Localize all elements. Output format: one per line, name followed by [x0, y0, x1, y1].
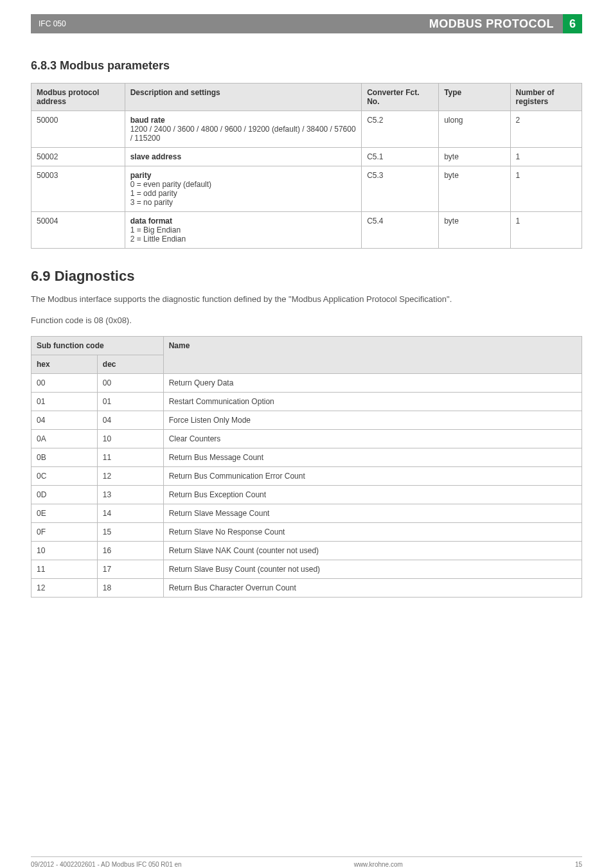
section-heading-modbus-params: 6.8.3 Modbus parameters: [31, 59, 582, 73]
cell-name: Return Bus Exception Count: [163, 485, 582, 504]
footer-mid: www.krohne.com: [354, 861, 403, 868]
cell-dec: 10: [97, 429, 163, 448]
footer: 09/2012 - 4002202601 - AD Modbus IFC 050…: [31, 856, 582, 868]
table-row: 50004data format1 = Big Endian2 = Little…: [31, 212, 582, 249]
cell-dec: 00: [97, 373, 163, 392]
cell-dec: 01: [97, 392, 163, 411]
table-modbus-params: Modbus protocol address Description and …: [31, 83, 582, 249]
cell-hex: 0A: [31, 429, 98, 448]
header-product: IFC 050: [31, 14, 206, 33]
cell-name: Return Slave No Response Count: [163, 522, 582, 541]
cell-dec: 11: [97, 448, 163, 466]
th-type: Type: [439, 84, 510, 111]
th-desc: Description and settings: [125, 84, 362, 111]
table-row: 0C12Return Bus Communication Error Count: [31, 466, 582, 485]
cell-addr: 50002: [31, 148, 125, 166]
cell-type: byte: [439, 212, 510, 249]
table-row: 1016Return Slave NAK Count (counter not …: [31, 541, 582, 560]
cell-hex: 04: [31, 411, 98, 429]
cell-type: byte: [439, 166, 510, 212]
cell-regs: 1: [510, 166, 582, 212]
cell-dec: 17: [97, 560, 163, 578]
cell-dec: 15: [97, 522, 163, 541]
cell-desc: slave address: [125, 148, 362, 166]
cell-desc-title: baud rate: [130, 116, 165, 125]
table-row: 0B11Return Bus Message Count: [31, 448, 582, 466]
table-row: 0404Force Listen Only Mode: [31, 411, 582, 429]
cell-name: Return Bus Character Overrun Count: [163, 578, 582, 597]
cell-name: Clear Counters: [163, 429, 582, 448]
cell-addr: 50000: [31, 111, 125, 148]
cell-fct: C5.4: [362, 212, 439, 249]
cell-hex: 0E: [31, 504, 98, 522]
cell-name: Return Query Data: [163, 373, 582, 392]
cell-hex: 10: [31, 541, 98, 560]
cell-name: Return Slave Busy Count (counter not use…: [163, 560, 582, 578]
table-row: 50000baud rate1200 / 2400 / 3600 / 4800 …: [31, 111, 582, 148]
cell-hex: 11: [31, 560, 98, 578]
th-name: Name: [163, 336, 582, 373]
table-row: 0F15Return Slave No Response Count: [31, 522, 582, 541]
th-subfunc: Sub function code: [31, 336, 164, 355]
table-row: 0D13Return Bus Exception Count: [31, 485, 582, 504]
cell-name: Restart Communication Option: [163, 392, 582, 411]
cell-dec: 12: [97, 466, 163, 485]
cell-desc: baud rate1200 / 2400 / 3600 / 4800 / 960…: [125, 111, 362, 148]
cell-desc-title: parity: [130, 171, 152, 180]
header-chapter-number: 6: [563, 14, 582, 33]
cell-name: Return Slave NAK Count (counter not used…: [163, 541, 582, 560]
th-regs: Number of registers: [510, 84, 582, 111]
th-fct: Converter Fct. No.: [362, 84, 439, 111]
cell-fct: C5.2: [362, 111, 439, 148]
cell-desc-title: slave address: [130, 152, 181, 161]
cell-hex: 0B: [31, 448, 98, 466]
table-row: 0A10Clear Counters: [31, 429, 582, 448]
header-bar: IFC 050 MODBUS PROTOCOL 6: [31, 14, 582, 33]
cell-regs: 2: [510, 111, 582, 148]
table-row: 1218Return Bus Character Overrun Count: [31, 578, 582, 597]
cell-hex: 12: [31, 578, 98, 597]
cell-dec: 18: [97, 578, 163, 597]
cell-type: ulong: [439, 111, 510, 148]
table-row: 0101Restart Communication Option: [31, 392, 582, 411]
cell-dec: 04: [97, 411, 163, 429]
header-spacer: [206, 14, 420, 33]
cell-name: Force Listen Only Mode: [163, 411, 582, 429]
cell-hex: 0C: [31, 466, 98, 485]
section-heading-diagnostics: 6.9 Diagnostics: [31, 268, 582, 285]
cell-name: Return Bus Communication Error Count: [163, 466, 582, 485]
cell-desc: data format1 = Big Endian2 = Little Endi…: [125, 212, 362, 249]
cell-addr: 50004: [31, 212, 125, 249]
table-row: 50003parity0 = even parity (default)1 = …: [31, 166, 582, 212]
cell-regs: 1: [510, 212, 582, 249]
th-hex: hex: [31, 355, 98, 373]
table-row: 50002slave addressC5.1byte1: [31, 148, 582, 166]
th-addr: Modbus protocol address: [31, 84, 125, 111]
diag-paragraph-2: Function code is 08 (0x08).: [31, 315, 481, 327]
cell-name: Return Bus Message Count: [163, 448, 582, 466]
cell-addr: 50003: [31, 166, 125, 212]
cell-regs: 1: [510, 148, 582, 166]
cell-hex: 01: [31, 392, 98, 411]
footer-left: 09/2012 - 4002202601 - AD Modbus IFC 050…: [31, 861, 182, 868]
cell-dec: 16: [97, 541, 163, 560]
cell-dec: 14: [97, 504, 163, 522]
th-dec: dec: [97, 355, 163, 373]
cell-type: byte: [439, 148, 510, 166]
cell-hex: 0D: [31, 485, 98, 504]
cell-dec: 13: [97, 485, 163, 504]
table-diagnostics: Sub function code Name hex dec 0000Retur…: [31, 336, 582, 598]
table-row: 1117Return Slave Busy Count (counter not…: [31, 560, 582, 578]
table-row: 0E14Return Slave Message Count: [31, 504, 582, 522]
table-row: 0000Return Query Data: [31, 373, 582, 392]
cell-hex: 00: [31, 373, 98, 392]
cell-name: Return Slave Message Count: [163, 504, 582, 522]
cell-fct: C5.3: [362, 166, 439, 212]
cell-desc: parity0 = even parity (default)1 = odd p…: [125, 166, 362, 212]
header-title: MODBUS PROTOCOL: [420, 14, 563, 33]
cell-hex: 0F: [31, 522, 98, 541]
cell-fct: C5.1: [362, 148, 439, 166]
cell-desc-title: data format: [130, 217, 172, 226]
footer-right: 15: [575, 861, 582, 868]
diag-paragraph-1: The Modbus interface supports the diagno…: [31, 294, 481, 306]
